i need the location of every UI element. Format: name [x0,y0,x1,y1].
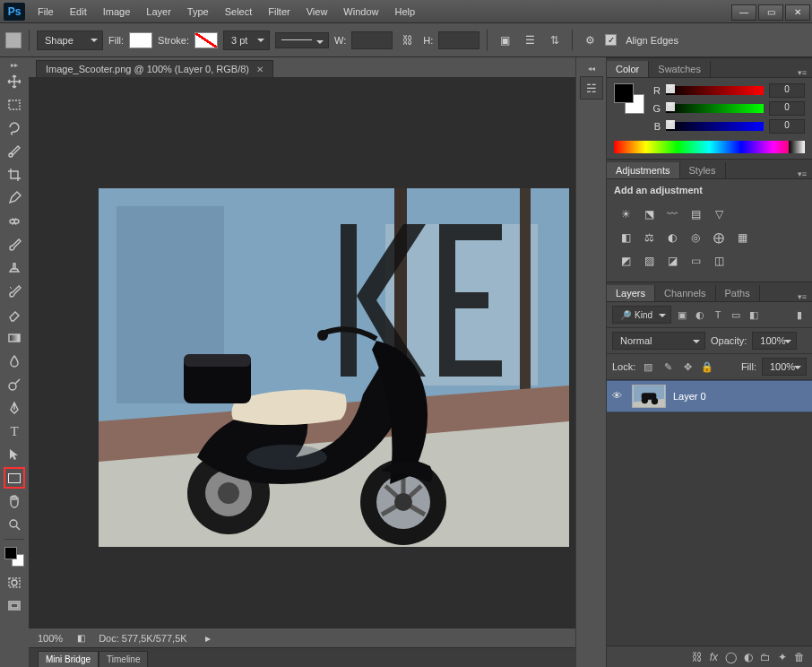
lock-pixels-icon[interactable]: ✎ [661,359,675,374]
curves-icon[interactable]: 〰 [662,204,682,224]
hand-tool[interactable] [4,490,25,512]
path-alignment-icon[interactable]: ☰ [520,30,540,50]
fill-opacity-field[interactable]: 100% [762,358,807,376]
stroke-width-field[interactable]: 3 pt [223,30,270,50]
opacity-field[interactable]: 100% [752,332,797,350]
channels-tab[interactable]: Channels [655,285,715,301]
foreground-background-colors[interactable] [614,83,644,114]
history-brush-tool[interactable] [4,281,25,302]
window-minimize-button[interactable]: — [731,4,756,21]
panel-menu-icon[interactable]: ▾≡ [792,292,812,301]
new-layer-icon[interactable]: ✦ [778,651,787,663]
link-wh-icon[interactable]: ⛓ [398,30,418,50]
color-lookup-icon[interactable]: ▦ [732,228,752,247]
dodge-tool[interactable] [4,374,25,395]
g-value[interactable]: 0 [769,101,805,116]
lock-position-icon[interactable]: ✥ [680,359,695,374]
stroke-style-dropdown[interactable] [275,32,329,48]
menu-layer[interactable]: Layer [139,3,178,21]
mini-bridge-tab[interactable]: Mini Bridge [38,651,99,667]
new-adjustment-layer-icon[interactable]: ◐ [744,651,753,663]
eyedropper-tool[interactable] [4,187,25,209]
layer-effects-icon[interactable]: fx [710,651,718,663]
eraser-tool[interactable] [4,304,25,325]
styles-tab[interactable]: Styles [680,162,726,178]
spot-healing-tool[interactable] [4,211,25,232]
filter-pixel-icon[interactable]: ▣ [675,308,689,322]
layer-thumbnail[interactable] [632,385,666,408]
canvas[interactable] [29,77,575,628]
filter-type-icon[interactable]: T [711,308,725,322]
dock-collapse-grip[interactable]: ◂◂ [588,63,595,74]
levels-icon[interactable]: ⬔ [639,204,659,224]
menu-filter[interactable]: Filter [261,3,297,21]
r-value[interactable]: 0 [769,83,805,98]
fill-swatch[interactable] [129,32,152,48]
gradient-tool[interactable] [4,327,25,349]
g-slider[interactable] [666,104,764,113]
rectangle-shape-tool[interactable] [4,467,25,489]
brush-tool[interactable] [4,234,25,256]
link-layers-icon[interactable]: ⛓ [692,651,703,663]
lasso-tool[interactable] [4,117,25,139]
move-tool[interactable] [4,71,25,92]
color-tab[interactable]: Color [607,61,649,77]
layer-row[interactable]: 👁 Layer 0 [607,380,812,412]
filter-shape-icon[interactable]: ▭ [729,308,743,322]
lock-transparency-icon[interactable]: ▨ [641,359,655,374]
gradient-map-icon[interactable]: ▭ [686,251,705,271]
menu-image[interactable]: Image [96,3,138,21]
hue-saturation-icon[interactable]: ◧ [616,228,635,247]
blur-tool[interactable] [4,351,25,372]
color-balance-icon[interactable]: ⚖ [639,228,659,247]
close-icon[interactable]: ✕ [256,65,263,74]
foreground-background-swatch[interactable] [4,543,25,570]
vibrance-icon[interactable]: ▽ [709,204,729,224]
paths-tab[interactable]: Paths [716,285,760,301]
adjustments-tab[interactable]: Adjustments [607,162,680,178]
pen-tool[interactable] [4,397,25,419]
visibility-toggle-icon[interactable]: 👁 [612,390,625,403]
timeline-tab[interactable]: Timeline [99,651,148,667]
status-more-icon[interactable]: ▸ [198,628,218,648]
stroke-swatch[interactable] [194,32,218,48]
selective-color-icon[interactable]: ◫ [709,251,729,271]
height-field[interactable] [438,31,479,49]
gear-icon[interactable]: ⚙ [580,30,600,50]
lock-all-icon[interactable]: 🔒 [700,359,714,374]
panel-menu-icon[interactable]: ▾≡ [792,68,812,77]
exposure-icon[interactable]: ▤ [686,204,705,224]
clone-stamp-tool[interactable] [4,257,25,279]
filter-adjust-icon[interactable]: ◐ [693,308,707,322]
crop-tool[interactable] [4,164,25,186]
filter-smart-icon[interactable]: ◧ [747,308,761,322]
path-operations-icon[interactable]: ▣ [495,30,514,50]
color-spectrum[interactable] [614,141,805,153]
layer-filter-kind-dropdown[interactable]: 🔎Kind [612,306,671,324]
tool-mode-dropdown[interactable]: Shape [37,30,103,50]
toolbox-collapse-grip[interactable]: ▸▸ [0,61,29,70]
quick-selection-tool[interactable] [4,141,25,162]
photo-filter-icon[interactable]: ◎ [686,228,705,247]
black-white-icon[interactable]: ◐ [662,228,682,247]
layer-name[interactable]: Layer 0 [673,391,706,402]
quick-mask-toggle[interactable] [4,572,25,593]
new-group-icon[interactable]: 🗀 [760,651,771,663]
brightness-contrast-icon[interactable]: ☀ [616,204,635,224]
current-shape-preview[interactable] [5,32,22,48]
path-arrange-icon[interactable]: ⇅ [545,30,565,50]
window-close-button[interactable]: ✕ [785,4,810,21]
zoom-tool[interactable] [4,514,25,535]
width-field[interactable] [351,31,393,49]
window-maximize-button[interactable]: ▭ [758,4,783,21]
rectangular-marquee-tool[interactable] [4,94,25,116]
type-tool[interactable]: T [4,420,25,442]
layers-tab[interactable]: Layers [607,285,655,301]
align-edges-checkbox[interactable]: ✓ [605,34,617,46]
history-panel-icon[interactable]: ☵ [580,76,603,100]
screen-mode-toggle[interactable] [4,595,25,617]
menu-window[interactable]: Window [336,3,385,21]
b-value[interactable]: 0 [769,119,805,134]
filter-toggle-icon[interactable]: ▮ [792,308,807,322]
threshold-icon[interactable]: ◪ [662,251,682,271]
